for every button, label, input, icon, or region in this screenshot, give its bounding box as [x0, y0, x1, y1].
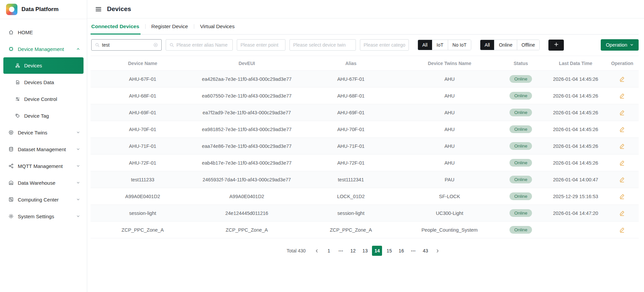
tab-connected-devices[interactable]: Connected Devices: [91, 18, 145, 34]
col-operation: Operation: [606, 56, 639, 71]
topbar: Devices: [87, 0, 644, 18]
chevron-down-icon: [76, 181, 80, 185]
device-twin-input[interactable]: [293, 42, 352, 48]
sidebar-item-system-settings[interactable]: System Settings: [0, 208, 87, 225]
device-name: A99A0E0401D2: [91, 188, 195, 205]
chevron-down-icon: [76, 130, 80, 134]
page-title: Devices: [107, 5, 131, 13]
chevron-down-icon: [76, 214, 80, 218]
edit-icon[interactable]: [619, 210, 626, 217]
edit-icon[interactable]: [619, 109, 626, 116]
sidebar-item-device-tag[interactable]: Device Tag: [0, 107, 87, 124]
table-row: test111233 2465932f-7da4-11f0-af43-000c2…: [91, 171, 639, 188]
last-data-time: 2026-01-04 14:45:26: [545, 138, 606, 155]
page-button-15[interactable]: 15: [384, 246, 394, 256]
operation-cell: [606, 155, 639, 171]
status-badge: Online: [509, 142, 532, 150]
iot-filter-group: All IoT No IoT: [418, 40, 471, 50]
page-button-12[interactable]: 12: [348, 246, 358, 256]
device-name: AHU-69F-01: [91, 104, 195, 121]
edit-icon[interactable]: [619, 92, 626, 99]
sidebar-item-data-warehouse[interactable]: Data Warehouse: [0, 174, 87, 191]
iot-filter-all[interactable]: All: [418, 40, 432, 50]
sidebar-item-label: MQTT Management: [18, 163, 63, 169]
menu-toggle-icon[interactable]: [95, 6, 102, 12]
edit-icon[interactable]: [619, 126, 626, 133]
iot-filter-no-iot[interactable]: No IoT: [448, 40, 471, 50]
status-filter-group: All Online Offline: [480, 40, 540, 50]
search-icon: [95, 43, 100, 47]
sidebar-item-devices[interactable]: Devices: [3, 57, 84, 74]
sidebar-item-devices-data[interactable]: Devices Data: [0, 74, 87, 91]
pagination: Total 430 1 ••• 12 13 14 15 16 ••• 43: [91, 246, 639, 256]
alias-input[interactable]: [176, 42, 229, 48]
mqtt-management-icon: [8, 163, 14, 169]
edit-icon[interactable]: [619, 159, 626, 166]
sidebar-item-dataset-management[interactable]: Dataset Management: [0, 141, 87, 158]
sidebar-menu: HOME Device Management Devices: [0, 19, 87, 225]
table-row: AHU-67F-01 ea4262aa-7e3e-11f0-af43-000c2…: [91, 71, 639, 87]
pagination-ellipsis-left[interactable]: •••: [336, 246, 346, 256]
sidebar-item-device-twins[interactable]: Device Twins: [0, 124, 87, 141]
category-input[interactable]: [364, 42, 405, 48]
last-data-time: 2026-01-04 14:45:26: [545, 104, 606, 121]
tab-virtual-devices[interactable]: Virtual Devices: [194, 18, 240, 34]
sidebar-item-label: Devices: [24, 63, 42, 68]
add-device-button[interactable]: [548, 40, 564, 51]
device-search-input[interactable]: [102, 42, 151, 48]
deveui: ZCP_PPC_Zone_A: [195, 222, 299, 238]
clear-icon[interactable]: [153, 43, 158, 47]
sidebar-item-device-management[interactable]: Device Management: [0, 41, 87, 57]
sidebar-item-label: Data Warehouse: [18, 180, 55, 186]
next-page-button[interactable]: [432, 246, 442, 256]
edit-icon[interactable]: [619, 142, 626, 150]
status-badge: Online: [509, 226, 532, 234]
operation-button-label: Operation: [606, 42, 627, 48]
edit-icon[interactable]: [619, 176, 626, 183]
page-button-43[interactable]: 43: [420, 246, 430, 256]
sidebar-item-computing-center[interactable]: Computing Center: [0, 191, 87, 208]
status-cell: Online: [496, 188, 545, 205]
screen: Data Platform HOME Device Management: [0, 0, 644, 292]
tab-register-device[interactable]: Register Device: [145, 18, 194, 34]
col-alias: Alias: [299, 56, 403, 71]
sidebar-item-label: Devices Data: [24, 79, 54, 85]
device-twin: PAU: [403, 171, 496, 188]
data-warehouse-icon: [8, 180, 14, 186]
page-button-14-current[interactable]: 14: [372, 246, 382, 256]
prev-page-button[interactable]: [312, 246, 322, 256]
deveui: ea607550-7e3e-11f0-af43-000c29ad3e77: [195, 87, 299, 104]
operation-button[interactable]: Operation: [601, 39, 639, 51]
point-input[interactable]: [240, 42, 282, 48]
table-row: A99A0E0401D2 A99A0E0401D2 LOCK_01D2 SF-L…: [91, 188, 639, 205]
sidebar-item-label: Device Management: [18, 46, 64, 52]
col-device-twins-name: Device Twins Name: [403, 56, 496, 71]
page-button-1[interactable]: 1: [324, 246, 334, 256]
edit-icon[interactable]: [619, 75, 626, 82]
device-twin: AHU: [403, 121, 496, 138]
iot-filter-iot[interactable]: IoT: [432, 40, 448, 50]
status-filter-online[interactable]: Online: [494, 40, 517, 50]
operation-cell: [606, 222, 639, 238]
device-twin: AHU: [403, 155, 496, 171]
status-filter-all[interactable]: All: [480, 40, 494, 50]
status-filter-offline[interactable]: Offline: [517, 40, 539, 50]
page-button-16[interactable]: 16: [396, 246, 406, 256]
edit-icon[interactable]: [619, 226, 626, 233]
status-cell: Online: [496, 87, 545, 104]
status-badge: Online: [509, 209, 532, 217]
sidebar-item-label: Dataset Management: [18, 147, 66, 152]
sidebar-item-home[interactable]: HOME: [0, 24, 87, 41]
edit-icon[interactable]: [619, 193, 626, 200]
page-button-13[interactable]: 13: [360, 246, 370, 256]
pagination-ellipsis-right[interactable]: •••: [408, 246, 418, 256]
sidebar-item-mqtt-management[interactable]: MQTT Management: [0, 158, 87, 174]
operation-cell: [606, 71, 639, 87]
device-twin: UC300-Light: [403, 205, 496, 222]
last-data-time: 2025-12-29 15:16:53: [545, 188, 606, 205]
col-deveui: DevEUI: [195, 56, 299, 71]
dataset-management-icon: [8, 147, 14, 152]
operation-cell: [606, 87, 639, 104]
sidebar-item-device-control[interactable]: Device Control: [0, 91, 87, 107]
alias: AHU-72F-01: [299, 155, 403, 171]
